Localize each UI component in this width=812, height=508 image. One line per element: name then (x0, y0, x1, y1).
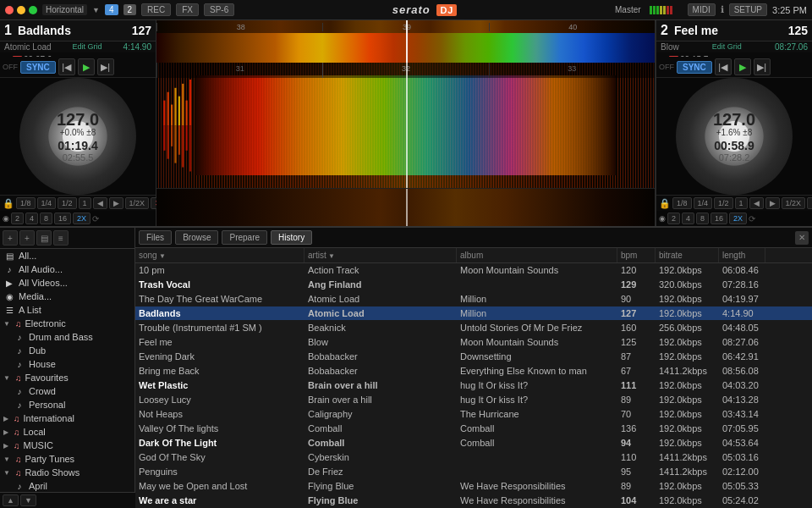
fx-button[interactable]: FX (176, 3, 199, 16)
deck1-sync-button[interactable]: SYNC (20, 61, 56, 74)
col-album[interactable]: album (457, 248, 617, 262)
deck1-prev-button[interactable]: |◀ (58, 58, 75, 75)
track-row[interactable]: God Of The Sky Cyberskin 110 1411.2kbps … (135, 450, 812, 465)
deck2-edit-grid[interactable]: Edit Grid (712, 42, 742, 52)
sidebar-add-button[interactable]: + (3, 230, 18, 246)
sidebar-crowd[interactable]: ♪ Crowd (10, 384, 134, 398)
loop-arrow-right[interactable]: ▶ (109, 197, 123, 209)
sidebar-add2-button[interactable]: + (19, 230, 35, 246)
deck2-loop-1-2x[interactable]: 1/2X (782, 197, 806, 209)
tab-browse[interactable]: Browse (175, 230, 218, 245)
deck2-prev-button[interactable]: |◀ (715, 58, 732, 75)
rec-button[interactable]: REC (141, 3, 171, 16)
deck2-loop-1-2[interactable]: 1/2 (714, 197, 733, 209)
deck2-beat-2x[interactable]: 2X (729, 213, 747, 224)
deck1-edit-grid[interactable]: Edit Grid (73, 42, 102, 52)
beat-2x[interactable]: 2X (73, 213, 91, 224)
deck2-platter[interactable]: 127.0 +1.6% ±8 00:58.9 07:28.2 (676, 78, 793, 195)
track-row[interactable]: Dark Of The Light Comball Comball 94 192… (135, 436, 812, 450)
sidebar-party-tunes[interactable]: ▼ ♫ Party Tunes (0, 452, 134, 466)
track-row[interactable]: Feel me Blow Moon Mountain Sounds 125 19… (135, 335, 812, 350)
beat-16[interactable]: 16 (54, 213, 71, 224)
sidebar-radio-shows[interactable]: ▼ ♫ Radio Shows (0, 466, 134, 479)
keylock-icon[interactable]: 🔒 (3, 198, 14, 209)
sidebar-grid-button[interactable]: ▤ (36, 230, 52, 246)
sidebar-international[interactable]: ▶ ♫ International (0, 411, 134, 425)
track-row[interactable]: Evening Dark Bobabacker Downsetting 87 1… (135, 350, 812, 364)
col-bitrate[interactable]: bitrate (656, 248, 719, 262)
search-close-button[interactable]: ✕ (795, 231, 809, 245)
sidebar-all-videos[interactable]: ▶ All Videos... (0, 276, 134, 290)
deck2-loop-arrow-right[interactable]: ▶ (765, 197, 780, 209)
beat-8[interactable]: 8 (40, 213, 52, 224)
sidebar-dub[interactable]: ♪ Dub (10, 344, 134, 357)
track-row[interactable]: Badlands Atomic Load Million 127 192.0kb… (135, 306, 812, 321)
track-row[interactable]: The Day The Great WarCame Atomic Load Mi… (135, 292, 812, 306)
col-artist[interactable]: artist (304, 248, 457, 262)
track-row[interactable]: May we be Open and Lost Flying Blue We H… (135, 479, 812, 494)
sidebar-down-button[interactable]: ▼ (20, 494, 36, 506)
deck2-beat-16[interactable]: 16 (710, 213, 727, 224)
setup-button[interactable]: SETUP (729, 3, 767, 16)
sidebar-local[interactable]: ▶ ♫ Local (0, 425, 134, 439)
sidebar-section-favourites[interactable]: ▼ ♫ Favourites (0, 371, 134, 384)
deck2-beat-4[interactable]: 4 (682, 213, 694, 224)
sidebar-section-electronic[interactable]: ▼ ♫ Electronic (0, 317, 134, 330)
loop-1-2x[interactable]: 1/2X (125, 197, 150, 209)
track-row[interactable]: Loosey Lucy Brain over a hill hug It Or … (135, 393, 812, 407)
loop-1-4[interactable]: 1/4 (37, 197, 57, 209)
sidebar-up-button[interactable]: ▲ (3, 494, 19, 506)
deck2-loop-arrow-left[interactable]: ◀ (749, 197, 764, 209)
deck2-next-button[interactable]: ▶| (754, 58, 771, 75)
track-row[interactable]: Penguins De Friez 95 1411.2kbps 02:12.00 (135, 465, 812, 479)
col-song[interactable]: song (135, 248, 304, 262)
track-row[interactable]: 10 pm Action Track Moon Mountain Sounds … (135, 263, 812, 278)
sidebar-house[interactable]: ♪ House (10, 357, 134, 371)
track-row[interactable]: Bring me Back Bobabacker Everything Else… (135, 364, 812, 378)
track-row[interactable]: We are a star Flying Blue We Have Respon… (135, 494, 812, 508)
deck2-loop-1[interactable]: 1 (735, 197, 748, 209)
sidebar-music[interactable]: ▶ ♫ MUSIC (0, 439, 134, 452)
traffic-light-yellow[interactable] (17, 6, 25, 14)
deck1-play-button[interactable]: ▶ (78, 58, 95, 75)
loop-1[interactable]: 1 (79, 197, 91, 209)
sidebar-personal[interactable]: ♪ Personal (10, 398, 134, 411)
sidebar-media[interactable]: ◉ Media... (0, 290, 134, 303)
track-row[interactable]: Trouble (Instrumental #1 SM ) Beaknick U… (135, 321, 812, 335)
loop-arrow-left[interactable]: ◀ (93, 197, 107, 209)
deck1-next-button[interactable]: ▶| (97, 58, 114, 75)
sidebar-all-audio[interactable]: ♪ All Audio... (0, 262, 134, 276)
deck2-loop-x-icon[interactable]: ✕ (807, 197, 812, 209)
traffic-light-green[interactable] (29, 6, 37, 14)
track-row[interactable]: Valley Of The lights Comball Comball 136… (135, 422, 812, 436)
beat-2[interactable]: 2 (11, 213, 24, 224)
sp6-button[interactable]: SP-6 (204, 3, 234, 16)
deck2-beat-2[interactable]: 2 (667, 213, 680, 224)
chevron-down-icon[interactable]: ▼ (92, 6, 100, 14)
loop-1-2[interactable]: 1/2 (58, 197, 77, 209)
tab-files[interactable]: Files (139, 230, 172, 245)
loop-1-8[interactable]: 1/8 (16, 197, 36, 209)
col-length[interactable]: length (719, 248, 765, 262)
midi-button[interactable]: MIDI (688, 3, 716, 16)
sidebar-all[interactable]: ▤ All... (0, 249, 134, 262)
deck2-play-button[interactable]: ▶ (734, 58, 751, 75)
tab-history[interactable]: History (271, 230, 312, 245)
deck2-keylock-icon[interactable]: 🔒 (659, 198, 671, 209)
deck2-loop-1-8[interactable]: 1/8 (672, 197, 692, 209)
sidebar-list-button[interactable]: ≡ (53, 230, 69, 246)
track-row[interactable]: Wet Plastic Brain over a hill hug It Or … (135, 378, 812, 393)
sidebar-drum-bass[interactable]: ♪ Drum and Bass (10, 330, 134, 344)
traffic-light-red[interactable] (5, 6, 14, 14)
deck2-sync-button[interactable]: SYNC (677, 61, 712, 74)
deck1-platter[interactable]: 127.0 +0.0% ±8 01:19.4 02:55.5 (19, 78, 136, 195)
tab-prepare[interactable]: Prepare (222, 230, 267, 245)
sidebar-april[interactable]: ♪ April (10, 479, 134, 493)
beat-4[interactable]: 4 (25, 213, 38, 224)
deck2-beat-8[interactable]: 8 (696, 213, 709, 224)
track-row[interactable]: Trash Vocal Ang Finland 129 320.0kbps 07… (135, 278, 812, 292)
track-row[interactable]: Not Heaps Caligraphy The Hurricane 70 19… (135, 407, 812, 422)
deck2-loop-1-4[interactable]: 1/4 (694, 197, 713, 209)
sidebar-a-list[interactable]: ☰ A List (0, 303, 134, 317)
col-bpm[interactable]: bpm (617, 248, 656, 262)
